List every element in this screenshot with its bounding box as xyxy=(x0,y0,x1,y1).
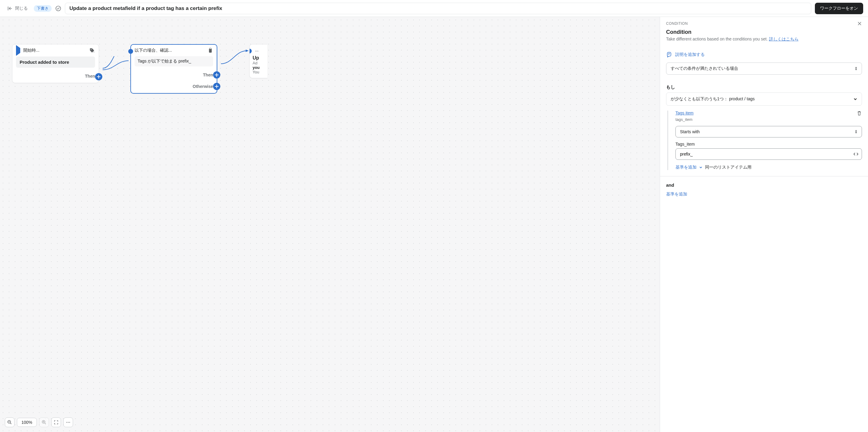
condition-header: Tags item xyxy=(676,111,862,116)
tag-icon xyxy=(89,48,95,54)
close-panel-button[interactable] xyxy=(857,21,862,26)
divider xyxy=(660,176,868,176)
value-input-row xyxy=(676,148,862,160)
learn-more-link[interactable]: 詳しくはこちら xyxy=(769,36,799,41)
add-criteria-link-2[interactable]: 基準を追加 xyxy=(666,192,687,196)
condition-chip: Tags が以下で始まる prefix_ xyxy=(134,56,213,66)
exit-icon xyxy=(7,6,13,11)
main-area: 開始時... Product added to store Then xyxy=(0,17,868,432)
node-header: 開始時... xyxy=(12,45,99,57)
chevron-down-icon xyxy=(853,97,858,101)
condition-group-label: が少なくとも以下のうち1つ： product / tags xyxy=(671,96,755,102)
otherwise-label: Otherwise xyxy=(192,84,213,89)
trigger-chip: Product added to store xyxy=(16,57,95,68)
panel-category-label: CONDITION xyxy=(666,22,688,26)
play-icon xyxy=(16,48,20,53)
node-footer: Then xyxy=(12,71,99,83)
topbar: 閉じる 下書き ワークフローをオン xyxy=(0,0,868,17)
node-body: Tags が以下で始まる prefix_ xyxy=(131,56,217,70)
panel-section: 説明を追加する xyxy=(660,47,868,62)
canvas[interactable]: 開始時... Product added to store Then xyxy=(0,17,660,432)
condition-block: Tags item tags_item Starts with ▲▼ Tags_… xyxy=(667,111,862,170)
add-step-button[interactable] xyxy=(95,73,102,80)
action-title: Up xyxy=(253,55,264,61)
zoom-controls: 100% xyxy=(5,417,73,427)
svg-marker-4 xyxy=(246,50,249,52)
select-icon: ▲▼ xyxy=(855,129,858,134)
node-body: Product added to store xyxy=(12,57,99,71)
close-button[interactable]: 閉じる xyxy=(5,4,30,13)
close-label: 閉じる xyxy=(15,6,28,11)
tags-item-link[interactable]: Tags item xyxy=(676,111,693,115)
delete-condition-button[interactable] xyxy=(857,111,862,116)
then-label: Then xyxy=(85,74,95,79)
turn-on-workflow-button[interactable]: ワークフローをオン xyxy=(815,3,863,14)
condition-node[interactable]: 以下の場合、確認... Tags が以下で始まる prefix_ Then Ot… xyxy=(130,44,217,94)
panel-section: すべての条件が満たされている場合 ▲▼ xyxy=(660,62,868,80)
operator-value: Starts with xyxy=(680,129,700,134)
svg-point-9 xyxy=(69,422,70,423)
note-icon xyxy=(666,52,672,58)
panel-title: Condition xyxy=(666,29,862,35)
panel-subtitle: Take different actions based on the cond… xyxy=(666,36,862,42)
add-then-button[interactable] xyxy=(213,71,220,79)
operator-select[interactable]: Starts with ▲▼ xyxy=(676,126,862,138)
add-criteria-row: 基準を追加 同一のリストアイテム用 xyxy=(676,165,862,170)
same-list-item-label: 同一のリストアイテム用 xyxy=(705,165,751,170)
node-header-label: ... xyxy=(255,48,259,52)
add-criteria-label: 基準を追加 xyxy=(676,165,696,170)
panel-header: Condition Take different actions based o… xyxy=(660,28,868,47)
check-icon xyxy=(55,5,61,11)
condition-panel: CONDITION Condition Take different actio… xyxy=(660,17,868,432)
and-label: and xyxy=(666,182,862,188)
node-header-label: 開始時... xyxy=(23,48,39,53)
clipboard-icon xyxy=(208,48,213,53)
add-description-button[interactable]: 説明を追加する xyxy=(666,52,705,58)
workflow-title-input[interactable] xyxy=(65,3,811,14)
add-criteria-link[interactable]: 基準を追加 xyxy=(676,165,696,170)
action-line: You xyxy=(253,70,264,74)
panel-top: CONDITION xyxy=(660,17,868,28)
match-type-select[interactable]: すべての条件が満たされている場合 ▲▼ xyxy=(666,62,862,75)
if-section: もし が少なくとも以下のうち1つ： product / tags Tags it… xyxy=(660,80,868,202)
node-header-label: 以下の場合、確認... xyxy=(134,48,172,53)
action-node[interactable]: ... Up Ad you You xyxy=(249,44,268,78)
action-line: you xyxy=(253,65,264,70)
trigger-node[interactable]: 開始時... Product added to store Then xyxy=(12,44,99,83)
connector xyxy=(217,47,250,71)
zoom-level: 100% xyxy=(17,418,37,427)
action-line: Ad xyxy=(253,61,264,65)
connector xyxy=(99,56,132,74)
fit-view-button[interactable] xyxy=(51,417,61,427)
node-body: Up Ad you You xyxy=(250,55,268,78)
node-header: 以下の場合、確認... xyxy=(131,45,217,56)
zoom-in-button[interactable] xyxy=(39,417,49,427)
zoom-out-button[interactable] xyxy=(5,417,14,427)
add-otherwise-button[interactable] xyxy=(213,83,220,90)
if-label: もし xyxy=(666,84,862,90)
more-button[interactable] xyxy=(63,417,73,427)
draft-badge: 下書き xyxy=(34,5,52,12)
node-footer: Then Otherwise xyxy=(131,70,217,93)
svg-point-1 xyxy=(91,49,92,50)
then-label: Then xyxy=(203,73,213,77)
match-type-value: すべての条件が満たされている場合 xyxy=(671,66,738,71)
panel-subtitle-text: Take different actions based on the cond… xyxy=(666,36,769,41)
chevron-down-icon xyxy=(699,166,703,169)
value-field-label: Tags_item xyxy=(676,142,862,146)
svg-rect-3 xyxy=(210,48,211,49)
tags-item-sub: tags_item xyxy=(676,117,862,122)
svg-point-7 xyxy=(66,422,67,423)
value-input[interactable] xyxy=(676,148,862,160)
condition-group-toggle[interactable]: が少なくとも以下のうち1つ： product / tags xyxy=(666,92,862,106)
svg-point-8 xyxy=(68,422,68,423)
add-description-label: 説明を追加する xyxy=(675,52,705,57)
node-header: ... xyxy=(250,45,268,55)
input-port xyxy=(128,49,133,54)
code-icon[interactable] xyxy=(853,151,859,157)
select-icon: ▲▼ xyxy=(855,66,858,71)
